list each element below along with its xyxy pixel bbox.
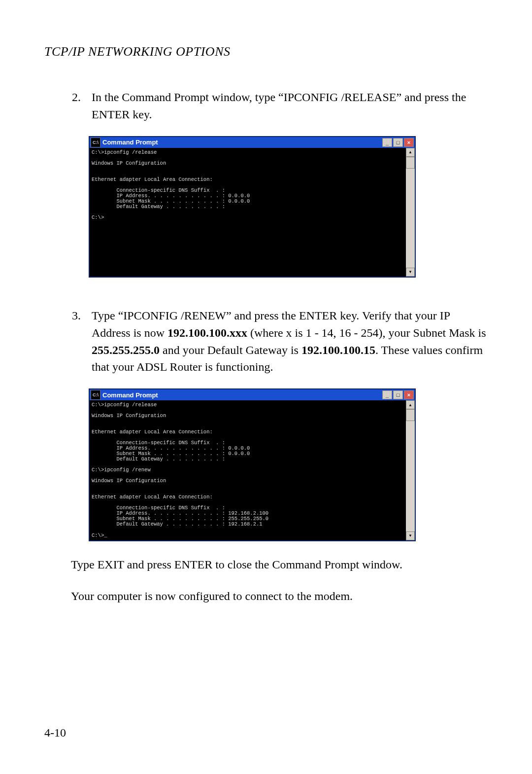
scrollbar[interactable]: ▲ ▼: [406, 148, 415, 277]
mask-value: 255.255.255.0: [92, 344, 160, 356]
terminal-output: C:\>ipconfig /release Windows IP Configu…: [90, 148, 406, 277]
command-prompt-window-release: C:\ Command Prompt _ □ × C:\>ipconfig /r…: [89, 136, 416, 278]
cmd-icon: C:\: [91, 138, 100, 147]
scroll-track[interactable]: [406, 421, 415, 531]
text-c: and your Default Gateway is: [160, 344, 301, 356]
gateway-value: 192.100.100.15: [301, 344, 375, 356]
scroll-thumb[interactable]: [406, 409, 415, 421]
close-button[interactable]: ×: [404, 138, 414, 147]
scrollbar[interactable]: ▲ ▼: [406, 400, 415, 540]
ip-value: 192.100.100.xxx: [167, 326, 247, 339]
para-configured: Your computer is now configured to conne…: [71, 588, 488, 605]
scroll-track[interactable]: [406, 169, 415, 268]
text-b: (where x is 1 - 14, 16 - 254), your Subn…: [247, 326, 486, 339]
command-prompt-window-renew: C:\ Command Prompt _ □ × C:\>ipconfig /r…: [89, 388, 416, 541]
step-2: 2. In the Command Prompt window, type “I…: [71, 89, 488, 123]
maximize-button[interactable]: □: [393, 138, 403, 147]
maximize-button[interactable]: □: [393, 390, 403, 399]
scroll-up-icon[interactable]: ▲: [406, 400, 415, 409]
para-exit: Type EXIT and press ENTER to close the C…: [71, 556, 488, 573]
step-number: 3.: [71, 307, 81, 376]
section-title: TCP/IP NETWORKING OPTIONS: [44, 44, 488, 59]
minimize-button[interactable]: _: [382, 390, 392, 399]
minimize-button[interactable]: _: [382, 138, 392, 147]
scroll-down-icon[interactable]: ▼: [406, 268, 415, 277]
scroll-down-icon[interactable]: ▼: [406, 531, 415, 540]
step-text: In the Command Prompt window, type “IPCO…: [92, 89, 488, 123]
window-title: Command Prompt: [102, 139, 382, 146]
window-title: Command Prompt: [102, 391, 382, 399]
terminal-output: C:\>ipconfig /release Windows IP Configu…: [90, 400, 406, 540]
titlebar: C:\ Command Prompt _ □ ×: [90, 137, 415, 148]
step-text: Type “IPCONFIG /RENEW” and press the ENT…: [92, 307, 488, 376]
close-button[interactable]: ×: [404, 390, 414, 399]
titlebar: C:\ Command Prompt _ □ ×: [90, 389, 415, 400]
step-3: 3. Type “IPCONFIG /RENEW” and press the …: [71, 307, 488, 376]
page-number: 4-10: [44, 726, 66, 739]
cmd-icon: C:\: [91, 390, 100, 400]
scroll-thumb[interactable]: [406, 157, 415, 169]
scroll-up-icon[interactable]: ▲: [406, 148, 415, 157]
step-number: 2.: [71, 89, 81, 123]
